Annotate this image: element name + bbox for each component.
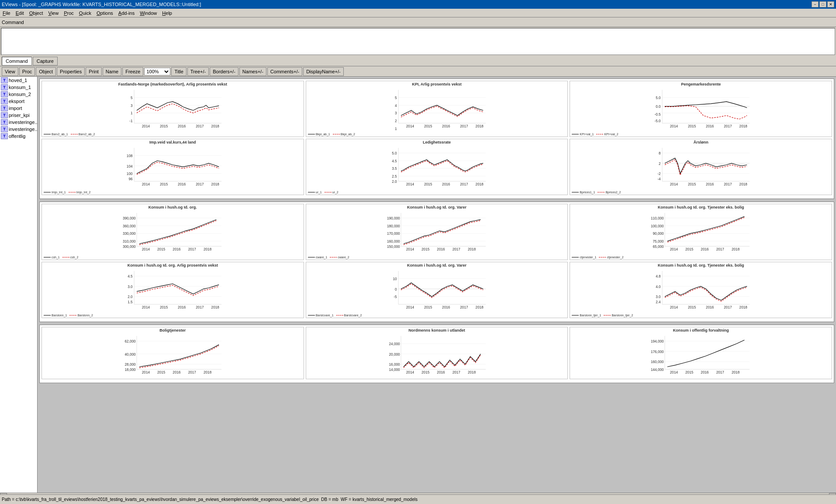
svg-text:2016: 2016 [437, 247, 445, 251]
content-area[interactable]: Fastlands-Norge (markedsoverfort), Arlig… [38, 77, 836, 493]
chart-konsum-growth: Konsum i hush.og Id. org. Arlig prosentv… [41, 262, 304, 318]
print-button[interactable]: Print [86, 67, 102, 76]
chart-svg-arslonn: 8 2 -2 -4 2014 2015 2016 2017 2018 [570, 145, 832, 189]
svg-text:2014: 2014 [406, 182, 414, 186]
svg-text:2015: 2015 [421, 370, 430, 374]
svg-text:150,000: 150,000 [387, 245, 400, 249]
svg-text:2017: 2017 [460, 182, 468, 186]
sidebar-item-konsum2[interactable]: T konsum_2 [0, 91, 37, 98]
svg-text:2018: 2018 [211, 182, 220, 186]
svg-text:65,000: 65,000 [653, 245, 664, 249]
menu-file[interactable]: File [0, 10, 13, 17]
menu-view[interactable]: View [46, 10, 62, 17]
minimize-button[interactable]: − [812, 1, 819, 7]
menu-edit[interactable]: Edit [13, 10, 27, 17]
svg-text:-4: -4 [658, 177, 661, 181]
sidebar-item-import[interactable]: T import [0, 105, 37, 112]
capture-button[interactable]: Capture [33, 57, 58, 65]
chart-konsum-tjenester: Konsum i hush.og Id. org. Tjenester eks.… [570, 204, 832, 260]
sidebar-item-investeringer1[interactable]: T investeringe... [0, 119, 37, 126]
svg-text:24,000: 24,000 [389, 342, 400, 346]
svg-text:5.0: 5.0 [656, 96, 661, 100]
sidebar-item-konsum1[interactable]: T konsum_1 [0, 84, 37, 91]
view-button[interactable]: View [2, 67, 18, 76]
svg-text:144,000: 144,000 [651, 368, 664, 372]
svg-text:5: 5 [131, 96, 133, 100]
maximize-button[interactable]: □ [819, 1, 826, 7]
svg-text:110,000: 110,000 [651, 216, 664, 220]
sidebar-item-eksport[interactable]: T eksport [0, 98, 37, 105]
svg-text:2015: 2015 [685, 247, 694, 251]
proc-button[interactable]: Proc [19, 67, 35, 76]
sidebar-icon-investeringer1: T [1, 119, 8, 125]
borders-button[interactable]: Borders+/- [210, 67, 238, 76]
svg-text:2014: 2014 [142, 182, 150, 186]
properties-button[interactable]: Properties [57, 67, 85, 76]
command-button[interactable]: Command [2, 57, 32, 65]
svg-text:160,000: 160,000 [651, 360, 664, 364]
chart-pengemarkeds: Pengemarkesdsrente 5.0 0.0 -0.5 -5.0 201… [570, 81, 832, 137]
close-button[interactable]: ✕ [827, 1, 834, 7]
comments-button[interactable]: Comments+/- [267, 67, 302, 76]
svg-text:2: 2 [659, 162, 661, 166]
chart-konsum-tjenester-growth: Konsum i hush.og Id. org. Tjenester eks.… [570, 262, 832, 318]
svg-text:4.5: 4.5 [128, 274, 133, 278]
displayname-button[interactable]: DisplayName+/- [303, 67, 344, 76]
menu-addins[interactable]: Add-ins [116, 10, 137, 17]
svg-text:190,000: 190,000 [387, 216, 400, 220]
svg-text:2016: 2016 [442, 182, 450, 186]
svg-text:2018: 2018 [468, 247, 476, 251]
object-button[interactable]: Object [36, 67, 56, 76]
svg-text:5.0: 5.0 [392, 151, 397, 155]
tree-button[interactable]: Tree+/- [187, 67, 209, 76]
svg-text:3.5: 3.5 [392, 167, 397, 171]
menu-object[interactable]: Object [27, 10, 46, 17]
svg-text:2016: 2016 [173, 370, 181, 374]
sidebar-item-priser-kpi[interactable]: T priser_kpi [0, 112, 37, 119]
menu-quick[interactable]: Quick [76, 10, 94, 17]
names-button[interactable]: Names+/- [239, 67, 266, 76]
chart-svg-konsum-varer: 190,000 180,000 170,000 160,000 150,000 … [306, 210, 568, 254]
obj-toolbar: View Proc Object Properties Print Name F… [0, 66, 836, 77]
sidebar-label-offentlig: offentlig [9, 134, 25, 139]
svg-text:2014: 2014 [670, 124, 678, 128]
title-button[interactable]: Title [171, 67, 186, 76]
freeze-button[interactable]: Freeze [122, 67, 143, 76]
svg-text:2018: 2018 [739, 305, 748, 309]
svg-text:180,000: 180,000 [387, 224, 400, 228]
menu-window[interactable]: Window [137, 10, 159, 17]
zoom-select[interactable]: 100% 75% 50% 150% [144, 68, 170, 75]
svg-text:2017: 2017 [188, 370, 197, 374]
command-area: Command [0, 17, 836, 27]
sidebar-item-offentlig[interactable]: T offentlig [0, 133, 37, 140]
svg-text:2014: 2014 [406, 370, 414, 374]
status-db: DB = mb [321, 497, 338, 502]
legend-konsum-total: csh_1 csh_2 [42, 255, 304, 260]
svg-text:2016: 2016 [706, 305, 714, 309]
sidebar-label-investeringer1: investeringe... [9, 120, 38, 125]
chart-title-konsum-varer: Konsum i hush.og Id. org. Varer [306, 204, 568, 210]
sidebar-icon-konsum2: T [1, 91, 8, 97]
svg-text:2015: 2015 [421, 247, 430, 251]
sidebar-item-hoved1[interactable]: T hoved_1 [0, 77, 37, 84]
chart-svg-boligtjenester: 62,000 40,000 28,000 18,000 2014 2015 20… [42, 333, 304, 377]
svg-text:96: 96 [128, 177, 133, 181]
svg-text:2017: 2017 [724, 305, 732, 309]
svg-text:5: 5 [395, 96, 397, 100]
svg-text:2017: 2017 [460, 305, 468, 309]
menu-proc[interactable]: Proc [61, 10, 76, 17]
name-button[interactable]: Name [103, 67, 121, 76]
svg-text:2015: 2015 [157, 247, 166, 251]
menu-help[interactable]: Help [159, 10, 175, 17]
command-input-area[interactable] [1, 28, 835, 55]
chart-ledighetssrate: Ledighetssrate 5.0 4.5 3.5 2.5 2.0 2014 [306, 139, 568, 195]
svg-text:176,000: 176,000 [651, 350, 664, 354]
sidebar-item-investeringer2[interactable]: T investeringe... [0, 126, 37, 133]
sidebar-icon-priser-kpi: T [1, 112, 8, 118]
svg-text:2017: 2017 [452, 370, 460, 374]
svg-text:3: 3 [395, 111, 397, 115]
svg-text:-0.5: -0.5 [655, 113, 661, 117]
menu-options[interactable]: Options [94, 10, 116, 17]
svg-text:2016: 2016 [706, 182, 714, 186]
svg-text:2015: 2015 [157, 370, 166, 374]
